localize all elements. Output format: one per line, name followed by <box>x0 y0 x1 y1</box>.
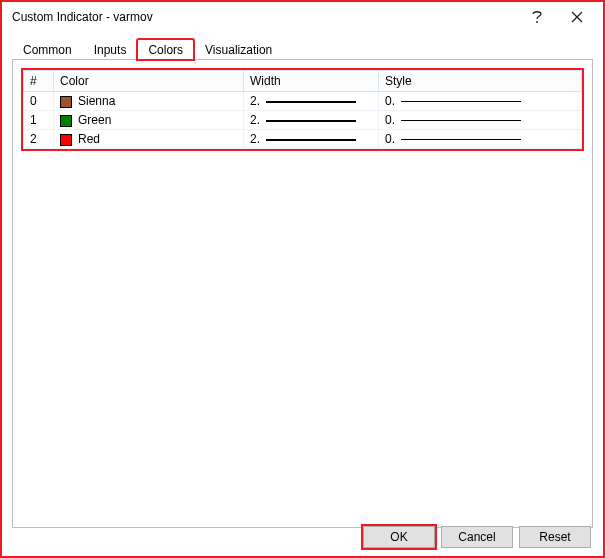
button-label: OK <box>390 530 407 544</box>
colors-table-highlight: # Color Width Style 0 Sienna 2. 0. <box>21 68 584 151</box>
cell-width[interactable]: 2. <box>244 111 379 130</box>
color-name: Red <box>78 132 100 146</box>
cell-style[interactable]: 0. <box>379 130 582 149</box>
dialog-body: Common Inputs Colors Visualization # Col… <box>2 32 603 538</box>
colors-table[interactable]: # Color Width Style 0 Sienna 2. 0. <box>23 70 582 149</box>
line-style-preview-icon <box>401 139 521 140</box>
line-width-preview-icon <box>266 101 356 103</box>
svg-point-0 <box>536 21 538 23</box>
line-width-preview-icon <box>266 120 356 122</box>
button-label: Reset <box>539 530 570 544</box>
line-width-preview-icon <box>266 139 356 141</box>
style-value: 0. <box>385 132 395 146</box>
width-value: 2. <box>250 94 260 108</box>
tab-label: Visualization <box>205 43 272 57</box>
cell-index: 2 <box>24 130 54 149</box>
tab-strip: Common Inputs Colors Visualization <box>12 36 593 60</box>
col-header-index[interactable]: # <box>24 71 54 92</box>
tab-label: Common <box>23 43 72 57</box>
style-value: 0. <box>385 94 395 108</box>
cell-color[interactable]: Red <box>54 130 244 149</box>
window-title: Custom Indicator - varmov <box>12 10 517 24</box>
cell-color[interactable]: Green <box>54 111 244 130</box>
width-value: 2. <box>250 132 260 146</box>
tab-common[interactable]: Common <box>12 39 83 60</box>
cell-index: 0 <box>24 92 54 111</box>
title-bar: Custom Indicator - varmov <box>2 2 603 32</box>
color-swatch-icon <box>60 134 72 146</box>
cancel-button[interactable]: Cancel <box>441 526 513 548</box>
line-style-preview-icon <box>401 101 521 102</box>
tab-label: Colors <box>148 43 183 57</box>
table-row[interactable]: 1 Green 2. 0. <box>24 111 582 130</box>
col-header-color[interactable]: Color <box>54 71 244 92</box>
reset-button[interactable]: Reset <box>519 526 591 548</box>
color-swatch-icon <box>60 115 72 127</box>
tab-visualization[interactable]: Visualization <box>194 39 283 60</box>
color-swatch-icon <box>60 96 72 108</box>
cell-width[interactable]: 2. <box>244 130 379 149</box>
dialog-footer: OK Cancel Reset <box>363 526 591 548</box>
ok-button[interactable]: OK <box>363 526 435 548</box>
table-row[interactable]: 2 Red 2. 0. <box>24 130 582 149</box>
table-header-row: # Color Width Style <box>24 71 582 92</box>
cell-style[interactable]: 0. <box>379 92 582 111</box>
cell-width[interactable]: 2. <box>244 92 379 111</box>
col-header-width[interactable]: Width <box>244 71 379 92</box>
cell-index: 1 <box>24 111 54 130</box>
line-style-preview-icon <box>401 120 521 121</box>
style-value: 0. <box>385 113 395 127</box>
close-button[interactable] <box>557 3 597 31</box>
cell-color[interactable]: Sienna <box>54 92 244 111</box>
tab-label: Inputs <box>94 43 127 57</box>
help-button[interactable] <box>517 3 557 31</box>
button-label: Cancel <box>458 530 495 544</box>
width-value: 2. <box>250 113 260 127</box>
tab-colors[interactable]: Colors <box>137 39 194 60</box>
color-name: Sienna <box>78 94 115 108</box>
tab-inputs[interactable]: Inputs <box>83 39 138 60</box>
dialog-window: Custom Indicator - varmov Common Inputs … <box>0 0 605 558</box>
tab-pane-colors: # Color Width Style 0 Sienna 2. 0. <box>12 60 593 528</box>
cell-style[interactable]: 0. <box>379 111 582 130</box>
col-header-style[interactable]: Style <box>379 71 582 92</box>
table-row[interactable]: 0 Sienna 2. 0. <box>24 92 582 111</box>
color-name: Green <box>78 113 111 127</box>
